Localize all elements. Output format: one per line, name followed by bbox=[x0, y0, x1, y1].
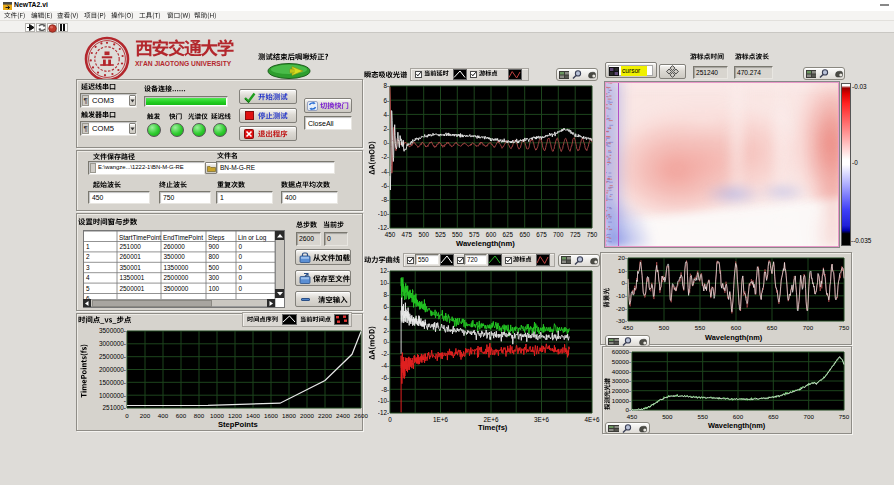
svg-text:525: 525 bbox=[435, 231, 446, 238]
svg-text:2000: 2000 bbox=[300, 412, 314, 419]
svg-text:-2-: -2- bbox=[381, 153, 389, 160]
svg-text:40000-: 40000- bbox=[612, 368, 631, 375]
svg-text:-10-: -10- bbox=[378, 210, 389, 217]
svg-text:-2-: -2- bbox=[381, 350, 389, 357]
svg-text:550: 550 bbox=[695, 324, 706, 331]
svg-text:625: 625 bbox=[503, 231, 514, 238]
svg-text:650: 650 bbox=[519, 231, 530, 238]
svg-text:600: 600 bbox=[731, 324, 742, 331]
svg-text:700: 700 bbox=[553, 231, 564, 238]
svg-text:550: 550 bbox=[698, 413, 709, 420]
svg-text:4E+6: 4E+6 bbox=[585, 416, 600, 423]
svg-text:20-: 20- bbox=[618, 254, 627, 261]
svg-text:650: 650 bbox=[767, 324, 778, 331]
svg-text:10-: 10- bbox=[380, 279, 389, 286]
svg-text:-4-: -4- bbox=[381, 362, 389, 369]
svg-text:50000-: 50000- bbox=[612, 358, 631, 365]
svg-text:750: 750 bbox=[587, 231, 598, 238]
svg-text:450: 450 bbox=[623, 324, 634, 331]
svg-text:550: 550 bbox=[452, 231, 463, 238]
svg-text:500: 500 bbox=[418, 231, 429, 238]
svg-text:500: 500 bbox=[662, 413, 673, 420]
svg-text:3000000-: 3000000- bbox=[99, 340, 126, 347]
svg-text:10000-: 10000- bbox=[612, 397, 631, 404]
svg-text:251000-: 251000- bbox=[103, 404, 126, 411]
svg-text:-6-: -6- bbox=[381, 182, 389, 189]
svg-text:2-: 2- bbox=[383, 125, 389, 132]
svg-text:1500000-: 1500000- bbox=[99, 379, 126, 386]
svg-text:0-: 0- bbox=[383, 139, 389, 146]
svg-text:-4-: -4- bbox=[381, 168, 389, 175]
svg-text:2200: 2200 bbox=[318, 412, 332, 419]
svg-text:-20-: -20- bbox=[616, 305, 627, 312]
svg-text:675: 675 bbox=[536, 231, 547, 238]
svg-text:0-: 0- bbox=[621, 279, 627, 286]
svg-text:0-: 0- bbox=[383, 338, 389, 345]
svg-text:-8-: -8- bbox=[381, 196, 389, 203]
svg-text:750: 750 bbox=[839, 324, 850, 331]
svg-text:2-: 2- bbox=[383, 327, 389, 334]
svg-text:-10-: -10- bbox=[378, 397, 389, 404]
svg-text:0: 0 bbox=[125, 412, 129, 419]
svg-text:30000-: 30000- bbox=[612, 377, 631, 384]
svg-text:2600: 2600 bbox=[354, 412, 368, 419]
svg-text:600: 600 bbox=[486, 231, 497, 238]
svg-text:500: 500 bbox=[659, 324, 670, 331]
svg-text:3500000-: 3500000- bbox=[99, 327, 126, 334]
svg-text:4-: 4- bbox=[383, 315, 389, 322]
svg-text:1600: 1600 bbox=[264, 412, 278, 419]
svg-text:8-: 8- bbox=[383, 83, 389, 89]
svg-text:450: 450 bbox=[627, 413, 638, 420]
svg-text:-6-: -6- bbox=[381, 374, 389, 381]
svg-text:10-: 10- bbox=[618, 267, 627, 274]
svg-text:1200: 1200 bbox=[228, 412, 242, 419]
svg-text:4-: 4- bbox=[383, 111, 389, 118]
svg-text:400: 400 bbox=[158, 412, 169, 419]
svg-text:800: 800 bbox=[194, 412, 205, 419]
svg-text:600: 600 bbox=[176, 412, 187, 419]
svg-text:650: 650 bbox=[768, 413, 779, 420]
svg-text:-: - bbox=[124, 397, 126, 404]
svg-text:1000: 1000 bbox=[210, 412, 224, 419]
svg-text:1E+6: 1E+6 bbox=[433, 416, 448, 423]
svg-text:2500000-: 2500000- bbox=[99, 353, 126, 360]
svg-text:6-: 6- bbox=[383, 303, 389, 310]
svg-text:475: 475 bbox=[402, 231, 413, 238]
svg-text:1800: 1800 bbox=[282, 412, 296, 419]
svg-text:200: 200 bbox=[140, 412, 151, 419]
svg-text:600: 600 bbox=[733, 413, 744, 420]
svg-text:700: 700 bbox=[803, 324, 814, 331]
svg-text:12-: 12- bbox=[380, 267, 389, 274]
svg-text:750: 750 bbox=[839, 413, 850, 420]
svg-text:60000-: 60000- bbox=[612, 348, 631, 355]
svg-text:20000-: 20000- bbox=[612, 387, 631, 394]
svg-text:2000000-: 2000000- bbox=[99, 366, 126, 373]
svg-text:0: 0 bbox=[388, 416, 392, 423]
svg-text:-8-: -8- bbox=[381, 386, 389, 393]
svg-text:575: 575 bbox=[469, 231, 480, 238]
svg-text:6-: 6- bbox=[383, 97, 389, 104]
svg-text:1400: 1400 bbox=[246, 412, 260, 419]
svg-text:-10-: -10- bbox=[616, 292, 627, 299]
svg-text:8-: 8- bbox=[383, 291, 389, 298]
svg-text:450: 450 bbox=[385, 231, 396, 238]
svg-text:2400: 2400 bbox=[336, 412, 350, 419]
svg-text:725: 725 bbox=[570, 231, 581, 238]
svg-text:700: 700 bbox=[804, 413, 815, 420]
svg-text:1000000-: 1000000- bbox=[99, 392, 126, 399]
svg-text:3E+6: 3E+6 bbox=[534, 416, 549, 423]
